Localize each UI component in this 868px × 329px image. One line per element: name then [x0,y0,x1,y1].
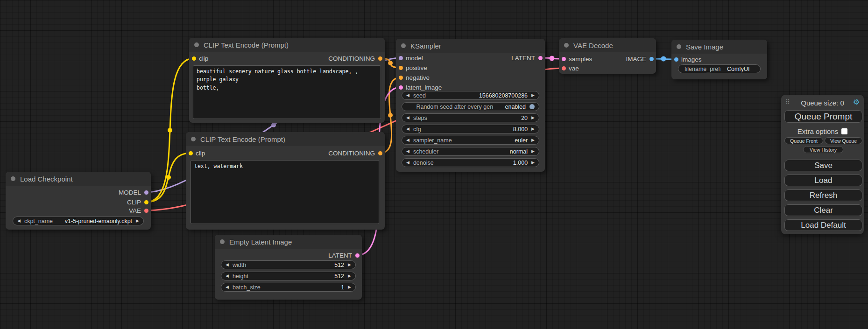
increment-arrow-icon[interactable]: ▶ [531,149,535,154]
input-negative[interactable]: negative [396,73,430,82]
increment-arrow-icon[interactable]: ▶ [531,138,535,142]
decrement-arrow-icon[interactable]: ◀ [406,127,409,131]
node-save-image[interactable]: Save Image images filename_prefix ComfyU… [671,40,767,79]
increment-arrow-icon[interactable]: ▶ [348,285,351,289]
save-button[interactable]: Save [784,160,862,171]
model-port-dot[interactable] [399,56,403,60]
view-history-button[interactable]: View History [803,146,843,153]
view-queue-button[interactable]: View Queue [825,137,862,144]
conditioning-port-dot[interactable] [378,56,382,61]
decrement-arrow-icon[interactable]: ◀ [406,161,409,165]
decrement-arrow-icon[interactable]: ◀ [226,285,229,289]
node-titlebar[interactable]: KSampler [396,39,545,53]
output-conditioning[interactable]: CONDITIONING [328,54,385,63]
decrement-arrow-icon[interactable]: ◀ [406,93,409,98]
node-titlebar[interactable]: Empty Latent Image [215,235,362,249]
increment-arrow-icon[interactable]: ▶ [348,274,351,278]
seed-widget[interactable]: ◀ seed 156680208700286 ▶ [402,91,539,100]
decrement-arrow-icon[interactable]: ◀ [226,274,229,278]
output-conditioning[interactable]: CONDITIONING [328,148,385,158]
increment-arrow-icon[interactable]: ▶ [348,263,351,267]
load-button[interactable]: Load [784,175,862,186]
clip-port-dot[interactable] [192,56,196,61]
conditioning-port-dot[interactable] [399,76,403,80]
decrement-arrow-icon[interactable]: ◀ [17,219,21,223]
increment-arrow-icon[interactable]: ▶ [531,93,535,98]
denoise-widget[interactable]: ◀ denoise 1.000 ▶ [402,158,539,167]
input-positive[interactable]: positive [396,63,427,72]
collapse-dot-icon[interactable] [220,239,225,244]
extra-options-checkbox[interactable] [841,128,847,134]
collapse-dot-icon[interactable] [401,43,406,48]
input-latent-image[interactable]: latent_image [396,83,442,92]
clip-port-dot[interactable] [189,151,193,155]
input-vae[interactable]: vae [559,63,579,73]
sampler-name-widget[interactable]: ◀ sampler_name euler ▶ [402,136,539,145]
refresh-button[interactable]: Refresh [784,189,862,201]
node-titlebar[interactable]: VAE Decode [559,38,656,52]
node-titlebar[interactable]: CLIP Text Encode (Prompt) [186,132,385,146]
input-clip[interactable]: clip [186,148,205,158]
decrement-arrow-icon[interactable]: ◀ [406,116,409,120]
output-vae[interactable]: VAE [129,206,151,215]
random-seed-toggle-widget[interactable]: Random seed after every gen enabled [402,102,539,111]
height-widget[interactable]: ◀ height 512 ▶ [221,272,356,280]
input-samples[interactable]: samples [559,54,592,63]
node-titlebar[interactable]: CLIP Text Encode (Prompt) [189,38,385,52]
node-load-checkpoint[interactable]: Load Checkpoint MODEL CLIP VAE ◀ ckpt_na… [6,172,151,230]
output-image[interactable]: IMAGE [626,54,656,63]
cfg-widget[interactable]: ◀ cfg 8.000 ▶ [402,125,539,133]
node-empty-latent-image[interactable]: Empty Latent Image LATENT ◀ width 512 ▶ … [215,235,362,300]
output-latent[interactable]: LATENT [328,251,362,260]
output-latent[interactable]: LATENT [511,53,545,63]
node-titlebar[interactable]: Save Image [671,40,767,54]
increment-arrow-icon[interactable]: ▶ [531,161,535,165]
prompt-textarea[interactable]: beautiful scenery nature glass bottle la… [193,65,381,119]
decrement-arrow-icon[interactable]: ◀ [406,149,409,154]
queue-prompt-button[interactable]: Queue Prompt [784,110,862,123]
collapse-dot-icon[interactable] [194,42,199,47]
clip-port-dot[interactable] [144,200,148,204]
node-clip-text-encode-positive[interactable]: CLIP Text Encode (Prompt) clip CONDITION… [189,38,385,123]
ckpt-name-widget[interactable]: ◀ ckpt_name v1-5-pruned-emaonly.ckpt ▶ [13,217,144,225]
prompt-textarea[interactable]: text, watermark [191,160,379,224]
comfyui-graph-canvas[interactable]: { "icons": { "left_arrow": "◀", "right_a… [0,0,868,329]
width-widget[interactable]: ◀ width 512 ▶ [221,260,356,269]
decrement-arrow-icon[interactable]: ◀ [406,138,409,142]
vae-port-dot[interactable] [562,66,566,70]
input-images[interactable]: images [671,55,702,64]
conditioning-port-dot[interactable] [399,66,403,70]
conditioning-port-dot[interactable] [378,151,382,155]
batch-size-widget[interactable]: ◀ batch_size 1 ▶ [221,283,356,292]
queue-front-button[interactable]: Queue Front [784,137,823,144]
increment-arrow-icon[interactable]: ▶ [136,219,139,223]
node-vae-decode[interactable]: VAE Decode samples IMAGE vae [559,38,656,74]
latent-port-dot[interactable] [562,57,566,61]
scheduler-widget[interactable]: ◀ scheduler normal ▶ [402,147,539,156]
collapse-dot-icon[interactable] [191,137,196,141]
collapse-dot-icon[interactable] [11,176,15,181]
latent-port-dot[interactable] [399,85,403,90]
toggle-dot[interactable] [529,104,535,109]
input-model[interactable]: model [396,53,423,63]
latent-port-dot[interactable] [538,56,543,60]
output-clip[interactable]: CLIP [127,197,151,207]
gear-icon[interactable]: ⚙ [853,98,860,106]
collapse-dot-icon[interactable] [564,43,569,48]
latent-port-dot[interactable] [355,253,360,258]
decrement-arrow-icon[interactable]: ◀ [226,263,229,267]
collapse-dot-icon[interactable] [677,44,681,49]
increment-arrow-icon[interactable]: ▶ [531,116,535,120]
model-port-dot[interactable] [144,190,148,195]
image-port-dot[interactable] [674,57,678,62]
node-titlebar[interactable]: Load Checkpoint [6,172,151,186]
increment-arrow-icon[interactable]: ▶ [531,127,535,131]
node-clip-text-encode-negative[interactable]: CLIP Text Encode (Prompt) clip CONDITION… [186,132,385,230]
load-default-button[interactable]: Load Default [784,219,862,231]
steps-widget[interactable]: ◀ steps 20 ▶ [402,113,539,122]
output-model[interactable]: MODEL [119,188,151,197]
clear-button[interactable]: Clear [784,204,862,216]
input-clip[interactable]: clip [189,54,208,63]
filename-prefix-widget[interactable]: filename_prefix ComfyUI [678,64,761,73]
node-ksampler[interactable]: KSampler model LATENT positive negative … [396,39,545,172]
